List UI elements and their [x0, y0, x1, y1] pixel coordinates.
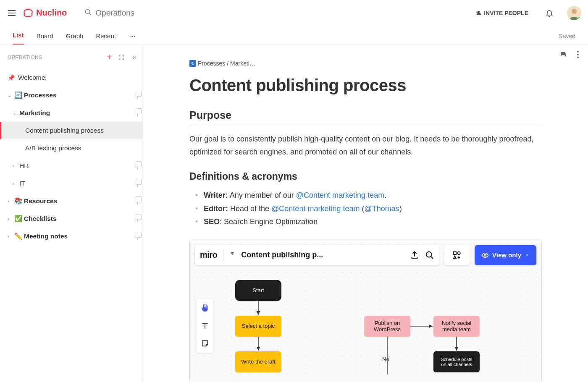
invite-icon	[475, 10, 481, 16]
definition-item[interactable]: Editor: Head of the @Content marketing t…	[195, 202, 542, 216]
invite-label: INVITE PEOPLE	[484, 10, 528, 16]
sidebar-item-hr[interactable]: › HR	[0, 157, 143, 175]
copy-icon[interactable]	[137, 110, 138, 116]
copy-icon[interactable]	[137, 163, 138, 169]
svg-point-7	[577, 54, 579, 55]
mention-link[interactable]: @Thomas	[364, 204, 399, 213]
miro-apps-button[interactable]	[444, 245, 470, 265]
search-input[interactable]	[95, 8, 179, 18]
miro-logo[interactable]: miro	[200, 250, 217, 260]
definition-text: : Search Engine Optimization	[220, 217, 318, 226]
tab-list[interactable]: List	[13, 31, 24, 44]
sidebar-item-label: Marketing	[19, 109, 137, 117]
sidebar-item-checklists[interactable]: › ✅ Checklists	[0, 210, 143, 228]
chevron-right-icon[interactable]: ›	[8, 199, 13, 204]
svg-point-3	[131, 36, 131, 37]
breadcrumb-text: Processes / Marketi…	[198, 60, 255, 67]
collapse-icon[interactable]	[131, 55, 138, 60]
copy-icon[interactable]	[137, 92, 138, 99]
miro-menu-icon[interactable]	[229, 251, 235, 259]
definition-item[interactable]: SEO: Search Engine Optimization	[195, 215, 542, 229]
search-icon[interactable]	[425, 251, 434, 260]
document: ↻ Processes / Marketi… Content publishin…	[143, 45, 588, 382]
definition-term: Writer:	[204, 191, 228, 199]
miro-toolbar	[197, 299, 213, 353]
menu-icon[interactable]	[7, 8, 17, 18]
sidebar-item-label: IT	[19, 180, 137, 187]
comments-icon[interactable]	[559, 51, 567, 60]
definition-suffix: .	[384, 191, 386, 199]
chevron-right-icon[interactable]: ›	[13, 181, 18, 186]
sidebar-item-ab-testing[interactable]: A/B testing process	[0, 139, 143, 157]
section-purpose-body[interactable]: Our goal is to consistently publish high…	[189, 133, 542, 158]
mention-link[interactable]: @Content marketing team	[271, 204, 360, 213]
svg-point-14	[426, 251, 432, 257]
svg-point-5	[134, 36, 135, 37]
text-tool-icon[interactable]	[199, 320, 211, 332]
miro-board-title[interactable]: Content publishing p...	[241, 251, 323, 259]
sidebar-item-it[interactable]: › IT	[0, 175, 143, 192]
sidebar-item-label: HR	[19, 162, 137, 170]
svg-point-0	[86, 9, 90, 14]
sidebar-header: OPERATIONS +	[0, 50, 143, 65]
sidebar-item-processes[interactable]: ⌄ 🔄 Processes	[0, 86, 143, 104]
sidebar-item-content-publishing[interactable]: Content publishing process	[0, 122, 143, 139]
processes-crumb-icon: ↻	[189, 60, 196, 67]
sidebar-tree: 📌 Welcome! ⌄ 🔄 Processes ⌄ Marketing Con…	[0, 65, 143, 245]
sidebar-item-label: Checklists	[24, 215, 137, 222]
definitions-list: Writer: Any member of our @Content marke…	[189, 189, 542, 229]
svg-point-8	[577, 57, 579, 58]
copy-icon[interactable]	[137, 216, 138, 222]
invite-people-button[interactable]: INVITE PEOPLE	[475, 10, 528, 16]
copy-icon[interactable]	[137, 198, 138, 204]
sidebar-item-label: A/B testing process	[25, 144, 138, 152]
tab-recent[interactable]: Recent	[96, 32, 116, 44]
mention-link[interactable]: @Content marketing team	[296, 191, 384, 199]
resources-emoji: 📚	[14, 197, 22, 205]
chevron-right-icon[interactable]: ›	[8, 216, 13, 221]
tab-more-icon[interactable]	[129, 34, 137, 44]
sticky-tool-icon[interactable]	[199, 338, 211, 349]
section-definitions-heading[interactable]: Definitions & acronyms	[189, 171, 542, 182]
sidebar-item-resources[interactable]: › 📚 Resources	[0, 192, 143, 210]
chevron-right-icon[interactable]: ›	[13, 163, 18, 168]
definition-item[interactable]: Writer: Any member of our @Content marke…	[195, 189, 542, 202]
topbar: Nuclino INVITE PEOPLE	[0, 0, 588, 26]
search-icon[interactable]	[84, 8, 92, 18]
chevron-down-icon	[525, 253, 530, 258]
tab-graph[interactable]: Graph	[66, 32, 84, 44]
tab-board[interactable]: Board	[37, 32, 53, 44]
miro-embed[interactable]: Start Select a topic Write the draft Pub…	[189, 240, 542, 382]
expand-icon[interactable]	[118, 55, 124, 60]
copy-icon[interactable]	[137, 233, 138, 240]
sidebar-item-label: Processes	[24, 92, 137, 99]
miro-topbar: miro Content publishing p... View only	[195, 245, 536, 265]
sidebar-item-marketing[interactable]: ⌄ Marketing	[0, 104, 143, 122]
chevron-down-icon[interactable]: ⌄	[8, 93, 13, 98]
page-title[interactable]: Content publishing process	[189, 76, 542, 95]
brand[interactable]: Nuclino	[23, 8, 67, 18]
copy-icon[interactable]	[137, 181, 138, 187]
sidebar-title: OPERATIONS	[8, 55, 42, 60]
sidebar-item-label: Meeting notes	[24, 233, 137, 240]
sidebar-item-label: Welcome!	[18, 74, 138, 81]
miro-view-button[interactable]: View only	[475, 245, 536, 265]
search-wrap	[84, 8, 179, 18]
chevron-right-icon[interactable]: ›	[8, 234, 13, 239]
section-purpose-heading[interactable]: Purpose	[189, 109, 542, 121]
add-item-icon[interactable]: +	[107, 52, 112, 62]
processes-emoji: 🔄	[14, 92, 22, 99]
saved-status: Saved	[559, 33, 575, 44]
avatar[interactable]	[567, 6, 581, 20]
main: ↻ Processes / Marketi… Content publishin…	[143, 45, 588, 382]
sidebar-item-welcome[interactable]: 📌 Welcome!	[0, 69, 143, 86]
export-icon[interactable]	[410, 251, 419, 260]
pin-icon: 📌	[8, 74, 15, 81]
hand-tool-icon[interactable]	[199, 302, 211, 314]
bell-icon[interactable]	[545, 9, 554, 17]
sidebar-item-meeting-notes[interactable]: › ✏️ Meeting notes	[0, 228, 143, 245]
body: OPERATIONS + 📌 Welcome! ⌄ 🔄 Processes ⌄ …	[0, 45, 588, 382]
more-icon[interactable]	[577, 51, 579, 60]
chevron-down-icon[interactable]: ⌄	[13, 110, 18, 116]
breadcrumb[interactable]: ↻ Processes / Marketi…	[189, 60, 542, 67]
